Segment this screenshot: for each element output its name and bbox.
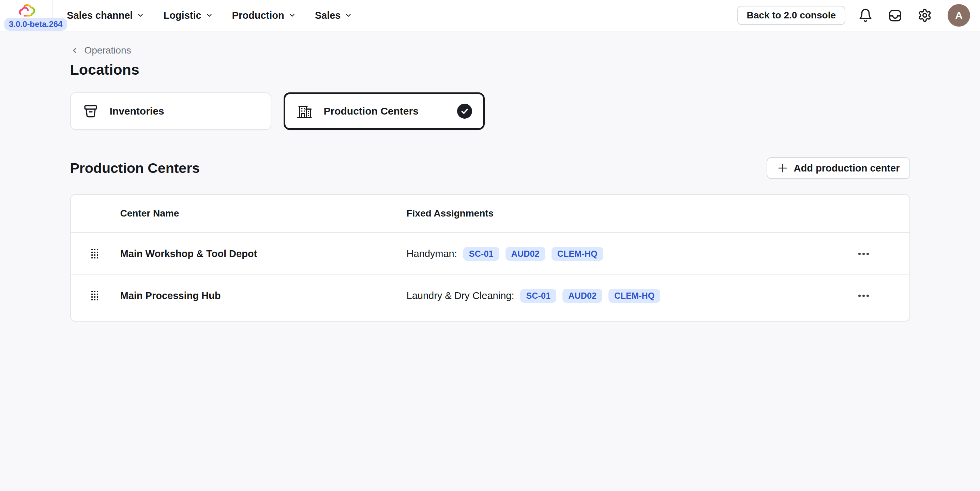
table-header-row: Center Name Fixed Assignments (71, 195, 910, 233)
top-bar: 3.0.0-beta.264 Sales channel Logistic Pr… (0, 0, 980, 31)
row-actions-menu-icon[interactable] (857, 249, 870, 258)
drag-handle-icon[interactable] (91, 249, 98, 258)
center-name: Main Processing Hub (120, 290, 407, 301)
nav-item-sales[interactable]: Sales (315, 10, 352, 21)
table-row: Main Workshop & Tool Depot Handyman: SC-… (71, 233, 910, 274)
breadcrumb-label: Operations (84, 45, 131, 56)
tab-inventories[interactable]: Inventories (70, 92, 271, 130)
user-avatar[interactable]: A (948, 4, 970, 27)
nav-item-label: Production (232, 10, 284, 21)
version-badge: 3.0.0-beta.264 (4, 18, 67, 31)
column-header-fixed-assignments: Fixed Assignments (407, 208, 851, 219)
assignment-badge: CLEM-HQ (552, 247, 603, 261)
assignment-label: Laundry & Dry Cleaning: (407, 290, 514, 301)
tab-label: Production Centers (324, 105, 446, 117)
assignment-label: Handyman: (407, 248, 457, 260)
production-centers-table: Center Name Fixed Assignments Main Works… (70, 194, 910, 322)
chevron-down-icon (345, 11, 352, 19)
chevron-down-icon (205, 11, 213, 19)
tab-label: Inventories (110, 105, 260, 117)
header-actions: Back to 2.0 console A (737, 0, 980, 31)
table-row: Main Processing Hub Laundry & Dry Cleani… (71, 274, 910, 316)
location-type-tabs: Inventories (70, 92, 910, 130)
section-title: Production Centers (70, 160, 200, 176)
buildings-icon (296, 103, 313, 120)
tab-production-centers[interactable]: Production Centers (283, 92, 485, 130)
section-header: Production Centers Add production center (70, 157, 910, 179)
archive-box-icon (83, 103, 99, 119)
inbox-icon[interactable] (888, 8, 903, 22)
nav-item-label: Logistic (163, 10, 201, 21)
center-name: Main Workshop & Tool Depot (120, 248, 407, 260)
nav-item-label: Sales (315, 10, 341, 21)
assignment-badge: AUD02 (562, 289, 602, 303)
breadcrumb[interactable]: Operations (70, 44, 131, 57)
main-nav: Sales channel Logistic Production Sales (67, 0, 352, 31)
nav-item-sales-channel[interactable]: Sales channel (67, 10, 144, 21)
back-to-console-button[interactable]: Back to 2.0 console (737, 6, 845, 25)
main-content: Operations Locations Inventories (70, 31, 910, 322)
notifications-bell-icon[interactable] (858, 8, 873, 22)
selected-check-icon (457, 104, 472, 119)
row-actions-menu-icon[interactable] (857, 291, 870, 300)
chevron-left-icon (70, 46, 79, 55)
add-production-center-button[interactable]: Add production center (767, 157, 910, 179)
chevron-down-icon (137, 11, 144, 19)
plus-icon (777, 162, 788, 174)
column-header-center-name: Center Name (120, 208, 407, 219)
fixed-assignments-cell: Laundry & Dry Cleaning: SC-01 AUD02 CLEM… (407, 289, 851, 303)
assignment-badge: SC-01 (520, 289, 556, 303)
logo-area[interactable]: 3.0.0-beta.264 (0, 0, 53, 31)
nav-item-logistic[interactable]: Logistic (163, 10, 213, 21)
fixed-assignments-cell: Handyman: SC-01 AUD02 CLEM-HQ (407, 247, 851, 261)
page-title: Locations (70, 61, 910, 78)
assignment-badge: SC-01 (463, 247, 500, 261)
settings-gear-icon[interactable] (918, 8, 932, 22)
drag-handle-icon[interactable] (91, 291, 98, 300)
nav-item-production[interactable]: Production (232, 10, 296, 21)
chevron-down-icon (288, 11, 296, 19)
assignment-badge: CLEM-HQ (608, 289, 660, 303)
cloud-logo-icon (16, 2, 38, 20)
add-button-label: Add production center (794, 163, 900, 174)
assignment-badge: AUD02 (506, 247, 546, 261)
nav-item-label: Sales channel (67, 10, 133, 21)
